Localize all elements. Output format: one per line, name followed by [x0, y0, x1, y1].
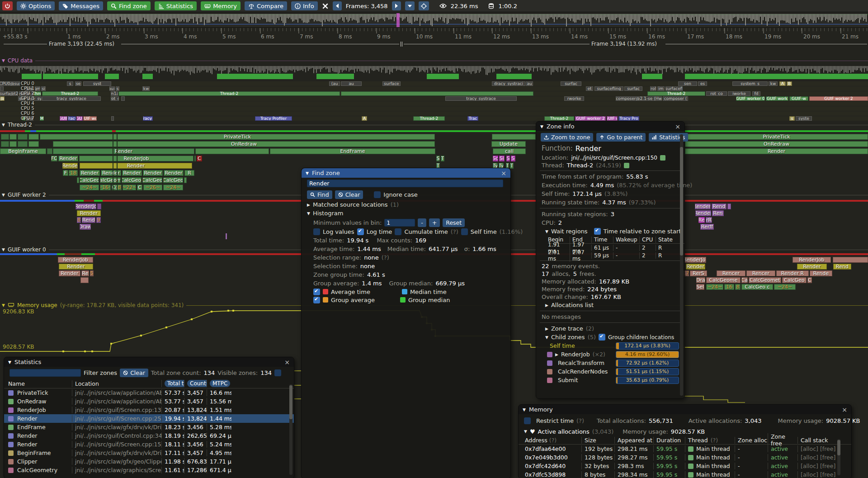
col-total-time[interactable]: Total tim [165, 380, 184, 387]
timeline-zone[interactable]: Rerff [700, 224, 714, 230]
timeline-zone[interactable] [77, 177, 79, 183]
alloc-callstack-alloc[interactable]: [alloc] [801, 463, 818, 469]
statistics-row[interactable]: EndFrame jni/../jni/src/claw/gfx/drv/vk/… [4, 423, 294, 431]
increment-button[interactable]: + [429, 218, 440, 227]
timeline-zone[interactable]: ~22~ [123, 185, 136, 190]
timeline-zone[interactable] [9, 134, 17, 140]
show-group-checkbox[interactable] [313, 297, 320, 303]
timeline-zone[interactable]: rot_d [111, 96, 119, 101]
timeline-zone[interactable]: 9 [96, 217, 101, 223]
statistics-row[interactable]: PrivateTick jni/../jni/src/claw/applicat… [4, 388, 294, 397]
close-icon[interactable]: × [842, 406, 847, 413]
timeline-zone[interactable]: S [511, 156, 515, 161]
help-icon[interactable]: (?) [382, 254, 389, 261]
timeline-zone[interactable] [9, 141, 17, 147]
timeline-zone[interactable]: Rend [833, 264, 851, 270]
timeline-zone[interactable] [194, 156, 196, 161]
col-mtpc[interactable]: MTPC [210, 380, 230, 387]
timeline-zone[interactable]: Render [686, 264, 705, 270]
timeline-zone[interactable]: ~24~ [80, 185, 99, 190]
timeline-zone[interactable] [0, 130, 25, 132]
timeline-zone[interactable]: au [341, 81, 362, 86]
collapse-icon[interactable]: ▼ [523, 407, 526, 412]
timeline-zone[interactable] [0, 86, 4, 91]
timeline-zone[interactable]: surfac [561, 81, 581, 86]
timeline-zone[interactable]: Ren [712, 210, 724, 216]
expand-icon[interactable]: ▶ [555, 352, 558, 357]
timeline-zone[interactable] [57, 253, 65, 255]
timeline-zone[interactable]: RenderJo [75, 204, 96, 209]
timeline-zone[interactable]: ~16~ [100, 185, 111, 190]
alloc-callstack-free[interactable]: [free] [820, 463, 835, 469]
timeline-zone[interactable]: Thread-2 [647, 91, 705, 96]
timeline-zone[interactable]: s [789, 116, 795, 121]
close-icon[interactable]: × [675, 123, 680, 130]
timeline-zone[interactable] [492, 134, 536, 140]
timeline-zone[interactable]: CalcGeome [100, 177, 121, 183]
expand-icon[interactable]: ▶ [545, 303, 548, 308]
timeline-zone[interactable]: fd [752, 91, 760, 96]
timeline-zone[interactable]: Sc [493, 156, 498, 161]
timeline-zone[interactable] [0, 200, 75, 202]
timeline-zone[interactable]: Trac [467, 116, 478, 121]
timeline-zone[interactable]: m1a [111, 91, 118, 96]
col-cpu[interactable]: CPU [639, 237, 656, 243]
timeline-zone[interactable]: @ [0, 96, 5, 101]
timeline-zone[interactable]: surface [382, 81, 401, 86]
timeline-zone[interactable]: gm [35, 86, 40, 91]
timeline-zone[interactable]: Rencer [717, 270, 745, 276]
timeline-zone[interactable]: ~18~ [69, 170, 78, 176]
timeline-zone[interactable]: CalcGeomet [749, 277, 781, 283]
find-zone-search-input[interactable] [307, 180, 503, 187]
timeline-zone[interactable]: composer@2.1-se (Hw [616, 96, 662, 101]
ignore-case-checkbox[interactable] [374, 191, 381, 198]
timeline-zone[interactable]: Render [101, 170, 121, 176]
timeline-zone[interactable] [184, 177, 187, 183]
thread-color-square[interactable] [624, 163, 629, 168]
timeline-zone[interactable]: RenderJol [684, 257, 706, 263]
timeline-zone[interactable] [195, 148, 269, 154]
timeline-zone[interactable]: C [807, 277, 812, 283]
timeline-zone[interactable]: GUI [76, 116, 83, 121]
timeline-zone[interactable]: ~24~ [706, 284, 723, 290]
timeline-zone[interactable]: B [787, 81, 792, 86]
zone-info-scrollbar[interactable] [680, 134, 683, 396]
timeline-zone[interactable]: T [510, 163, 514, 169]
timeline-zone[interactable]: GUIF-w [789, 96, 808, 101]
timeline-zone[interactable] [112, 130, 116, 132]
timeline-zone[interactable]: PrivateTick [40, 134, 435, 140]
timeline-zone[interactable]: 8 [735, 284, 741, 290]
timeline-zone[interactable]: OnRedraw [53, 141, 435, 147]
timeline-zone[interactable]: rworke [564, 96, 584, 101]
timeline-zone[interactable]: syste [796, 116, 812, 121]
source-color-square[interactable] [660, 155, 665, 161]
timeline-zone[interactable]: Render [77, 210, 101, 216]
alloc-callstack-free[interactable]: [free] [820, 454, 835, 461]
timeline-zone[interactable]: Si [499, 156, 505, 161]
timeline-zone[interactable]: S [436, 156, 440, 161]
timeline-zone[interactable]: Render [80, 163, 192, 169]
col-address[interactable]: Address [525, 437, 547, 444]
collapse-icon[interactable]: ▼ [545, 229, 548, 234]
timeline-zone[interactable]: 8 [77, 217, 81, 223]
child-zone-row[interactable]: ▶ RenderJob (×2) 4.16 ms (92.60%) [536, 350, 684, 359]
timeline-zone[interactable]: Render [122, 170, 142, 176]
timeline-zone[interactable]: Tracy [68, 116, 76, 121]
col-time[interactable]: Time [591, 237, 613, 243]
clear-button[interactable]: Clear [335, 190, 363, 199]
timeline-zone[interactable]: surfacefl [665, 86, 683, 91]
filter-zones-input[interactable] [9, 369, 81, 377]
timeline-zone[interactable] [97, 204, 101, 209]
timeline-zone[interactable]: syst [83, 81, 111, 86]
timeline-zone[interactable] [341, 91, 533, 96]
timeline-zone[interactable]: RenderJob [793, 257, 831, 263]
timeline-zone[interactable] [94, 200, 103, 202]
timeline-zone[interactable]: F [63, 170, 68, 176]
timeline-zone[interactable]: RenderJob [58, 257, 93, 263]
timeline-zone[interactable]: Render [59, 264, 93, 270]
timeline-zone[interactable]: si [41, 86, 46, 91]
timeline-zone[interactable] [833, 257, 868, 263]
statistics-row[interactable]: CalcGeometry jni/../jni/src/claw/graphic… [4, 466, 294, 474]
close-icon[interactable]: × [284, 359, 290, 366]
timeline-zone[interactable]: tracy_systrace [42, 96, 101, 101]
